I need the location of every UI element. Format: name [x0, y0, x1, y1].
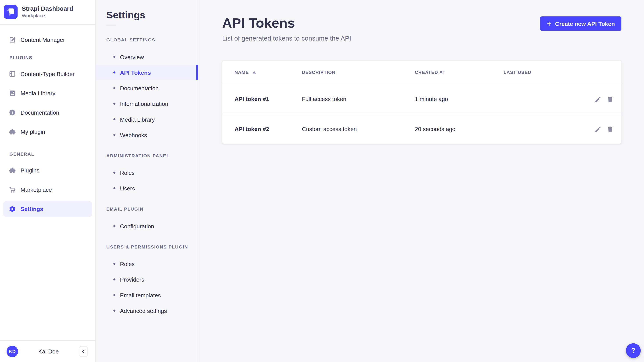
subnav-item-admin-roles[interactable]: Roles [96, 165, 198, 180]
avatar[interactable]: KD [6, 346, 18, 357]
subnav-item-api-tokens[interactable]: API Tokens [96, 65, 198, 80]
sidebar-item-label: Content-Type Builder [20, 70, 74, 77]
main-sidebar: Strapi Dashboard Workplace Content Manag… [0, 0, 96, 362]
column-header-label: NAME [234, 70, 249, 75]
column-header-label: CREATED AT [415, 70, 446, 75]
divider [106, 24, 116, 26]
subnav-item-overview[interactable]: Overview [96, 49, 198, 64]
subnav-item-up-roles[interactable]: Roles [96, 256, 198, 271]
help-button[interactable]: ? [626, 343, 641, 358]
bullet-icon [113, 310, 115, 312]
edit-token-button[interactable] [594, 126, 601, 132]
sidebar-item-label: Settings [20, 206, 43, 212]
bullet-icon [113, 172, 115, 174]
create-api-token-button[interactable]: Create new API Token [540, 16, 622, 31]
user-name[interactable]: Kai Doe [18, 348, 79, 355]
table-row[interactable]: API token #1 Full access token 1 minute … [222, 84, 622, 114]
subnav-item-email-configuration[interactable]: Configuration [96, 218, 198, 234]
token-created-at: 20 seconds ago [415, 126, 504, 132]
delete-token-button[interactable] [606, 126, 613, 132]
sidebar-item-content-manager[interactable]: Content Manager [3, 32, 92, 48]
app-window: Strapi Dashboard Workplace Content Manag… [0, 0, 644, 362]
strapi-logo-icon [4, 5, 18, 19]
puzzle-icon [8, 128, 16, 136]
brand-area[interactable]: Strapi Dashboard Workplace [0, 0, 95, 24]
token-name: API token #1 [234, 96, 302, 102]
subnav-item-admin-users[interactable]: Users [96, 180, 198, 196]
page-subtitle: List of generated tokens to consume the … [222, 34, 351, 43]
picture-icon [8, 89, 16, 97]
subnav-item-media-library[interactable]: Media Library [96, 112, 198, 127]
row-actions [586, 126, 622, 132]
subnav-item-providers[interactable]: Providers [96, 272, 198, 287]
page-header-text: API Tokens List of generated tokens to c… [222, 15, 351, 43]
sidebar-nav: Content Manager PLUGINS Content-Type Bui… [0, 24, 95, 340]
page-header: API Tokens List of generated tokens to c… [222, 15, 622, 43]
subnav-section-administration-panel: ADMINISTRATION PANEL [106, 153, 198, 158]
token-name: API token #2 [234, 126, 302, 132]
sidebar-item-label: Marketplace [20, 186, 52, 193]
subnav-item-webhooks[interactable]: Webhooks [96, 127, 198, 142]
table-row[interactable]: API token #2 Custom access token 20 seco… [222, 114, 622, 144]
bullet-icon [113, 263, 115, 265]
sidebar-item-plugins[interactable]: Plugins [3, 162, 92, 178]
column-header-description[interactable]: DESCRIPTION [302, 70, 415, 75]
subnav-item-documentation[interactable]: Documentation [96, 80, 198, 96]
sidebar-section-general: GENERAL [10, 152, 95, 157]
edit-token-button[interactable] [594, 96, 601, 102]
token-created-at: 1 minute ago [415, 96, 504, 102]
token-description: Full access token [302, 96, 415, 102]
subnav-item-label: Documentation [120, 85, 158, 92]
subnav-item-label: Email templates [120, 292, 161, 298]
sidebar-item-label: Content Manager [20, 36, 65, 43]
pencil-icon [594, 96, 600, 102]
plus-icon [546, 21, 551, 26]
column-header-created-at[interactable]: CREATED AT [415, 70, 504, 75]
sidebar-item-content-type-builder[interactable]: Content-Type Builder [3, 66, 92, 82]
question-mark-icon: ? [631, 346, 636, 354]
pencil-icon [594, 126, 600, 132]
subnav-title: Settings [106, 9, 187, 21]
main-content: API Tokens List of generated tokens to c… [198, 0, 644, 362]
column-header-last-used[interactable]: LAST USED [504, 70, 586, 75]
app-title: Strapi Dashboard [22, 5, 73, 12]
bullet-icon [113, 72, 115, 74]
sidebar-footer: KD Kai Doe [0, 340, 95, 362]
subnav-item-email-templates[interactable]: Email templates [96, 288, 198, 302]
column-header-name[interactable]: NAME [234, 70, 302, 75]
info-circle-icon [8, 108, 16, 116]
sidebar-item-label: Documentation [20, 109, 59, 116]
settings-subnav: Settings GLOBAL SETTINGS Overview API To… [96, 0, 198, 362]
cart-icon [8, 186, 16, 194]
subnav-section-global-settings: GLOBAL SETTINGS [106, 38, 198, 43]
bullet-icon [113, 87, 115, 89]
subnav-item-label: Users [120, 185, 135, 192]
bullet-icon [113, 225, 115, 227]
bullet-icon [113, 294, 115, 296]
bullet-icon [113, 187, 115, 189]
sidebar-collapse-button[interactable] [79, 346, 88, 357]
bullet-icon [113, 278, 115, 280]
delete-token-button[interactable] [606, 96, 613, 102]
brand-text: Strapi Dashboard Workplace [22, 5, 73, 19]
subnav-item-label: Providers [120, 276, 144, 283]
row-actions [586, 96, 622, 102]
api-tokens-table: NAME DESCRIPTION CREATED AT LAST USED AP… [222, 61, 622, 144]
subnav-item-label: Advanced settings [120, 307, 167, 314]
subnav-item-label: Internationalization [120, 100, 168, 107]
sidebar-item-documentation[interactable]: Documentation [3, 104, 92, 121]
sidebar-item-my-plugin[interactable]: My plugin [3, 124, 92, 140]
sort-ascending-icon [252, 71, 256, 74]
subnav-item-internationalization[interactable]: Internationalization [96, 96, 198, 111]
sidebar-item-settings[interactable]: Settings [3, 201, 92, 217]
trash-icon [607, 96, 613, 102]
subnav-item-label: Configuration [120, 223, 154, 229]
sidebar-item-marketplace[interactable]: Marketplace [3, 182, 92, 198]
page-title: API Tokens [222, 15, 351, 30]
sidebar-item-media-library[interactable]: Media Library [3, 85, 92, 102]
bullet-icon [113, 102, 115, 104]
subnav-item-advanced-settings[interactable]: Advanced settings [96, 303, 198, 318]
layout-icon [8, 70, 16, 78]
subnav-item-label: Webhooks [120, 132, 147, 138]
bullet-icon [113, 56, 115, 58]
